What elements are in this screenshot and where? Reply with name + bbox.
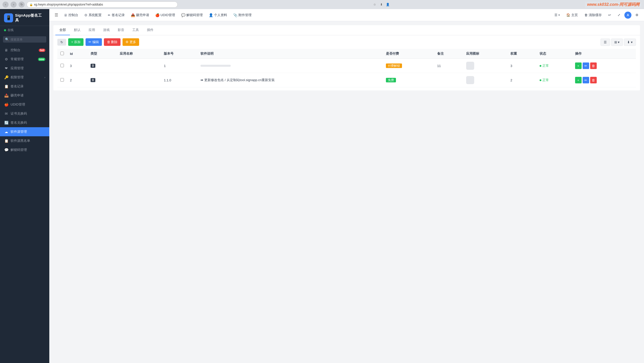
tab-movie[interactable]: 影音 [114,25,128,35]
topbar-dashboard[interactable]: 🖥 控制台 [61,11,81,19]
topbar-shell[interactable]: 📥 砸壳申请 [128,11,152,19]
row-delete-button[interactable]: 🗑 [590,62,597,69]
topbar-profile-icon: 👤 [209,13,213,17]
tab-app[interactable]: 应用 [85,25,99,35]
select-all-checkbox[interactable] [60,52,64,55]
topbar-sysconfig[interactable]: ⚙ 系统配置 [82,11,104,19]
row-note [434,73,463,87]
back-button[interactable]: ‹ [3,2,9,8]
topbar-unlock-icon: 💬 [181,13,185,17]
watermark: www.sk032.com-同可源码网 [585,2,641,8]
tab-tool[interactable]: 工具 [128,25,143,35]
menu-toggle-button[interactable]: ☰ [52,11,60,19]
app-icon: ❤ [4,66,9,70]
avatar[interactable]: A [624,12,631,19]
topbar-settings[interactable]: ⚙ [633,12,641,18]
topbar-shell-label: 砸壳申请 [136,13,149,17]
row-edit-button[interactable]: ✏ [583,62,589,69]
sidebar-item-unlock[interactable]: 💬 解锁码管理 [0,145,49,154]
row-icon [463,73,507,87]
row-checkbox[interactable] [60,78,64,82]
topbar-attachment[interactable]: 📎 附件管理 [231,11,254,19]
col-icon: 应用图标 [463,49,507,59]
search-input[interactable] [11,38,48,41]
sidebar-item-sign[interactable]: 📋 签名记录 [0,82,49,91]
browser-right-icons: ☆ ⬇ 👤 [372,2,390,7]
col-action: 操作 [572,49,636,59]
sidebar-item-udid[interactable]: 🍎 UDID管理 [0,100,49,109]
sidebar-item-common[interactable]: ⚙ 常规管理 new [0,55,49,64]
sidebar-item-permission[interactable]: 🔑 权限管理 › [0,73,49,82]
cert-icon: ✉ [4,112,9,116]
sidebar-logo: 📱 SignApp签名工具 [0,9,49,26]
sidebar-item-cert[interactable]: ✉ 证书兑换码 [0,109,49,118]
grid-view-button[interactable]: ⊞ ▾ [611,39,623,46]
row-icon [463,59,507,73]
row-type: 0 [88,73,117,87]
row-add-button[interactable]: + [575,77,582,83]
more-button[interactable]: ⚙ 更多 [123,38,139,46]
row-paid: 免费 [383,73,434,87]
topbar-clear-cache[interactable]: 🗑 清除缓存 [582,12,604,19]
search-icon: 🔍 [5,38,9,41]
row-edit-button[interactable]: ✏ [583,77,589,83]
menu-more-icon: ☰ [554,13,557,17]
sidebar-search[interactable]: 🔍 [3,36,46,43]
refresh-button[interactable]: ↻ [57,39,66,46]
row-delete-button[interactable]: 🗑 [590,77,597,83]
topbar-unlock[interactable]: 💬 解锁码管理 [179,11,205,19]
topbar-udid[interactable]: 🍎 UDID管理 [153,11,178,19]
address-bar[interactable]: 🔒 xg.hwym.shop/yxymknet.php/appstore?ref… [27,2,178,8]
sidebar-status: 在线 [0,26,49,34]
star-icon[interactable]: ☆ [372,2,377,7]
topbar-signrecord[interactable]: ✒ 签名记录 [105,11,127,19]
list-view-button[interactable]: ☰ [600,39,610,46]
row-desc: ➡ 更新修改包名 / 从定制站tool.signapp.cn重新安装 [197,73,383,87]
sidebar-item-software[interactable]: ☁ 软件源管理 [0,127,49,136]
unlock-icon: 💬 [4,148,9,152]
sidebar-item-shell[interactable]: 📥 砸壳申请 [0,91,49,100]
sidebar-item-sign-code[interactable]: 🔄 签名兑换码 [0,118,49,127]
row-add-button[interactable]: + [575,62,582,69]
sidebar-item-label: 应用管理 [11,66,24,71]
reload-button[interactable]: ↻ [19,2,25,8]
sidebar-item-blacklist[interactable]: 📋 软件源黑名单 [0,136,49,145]
row-note: 11 [434,59,463,73]
logo-icon: 📱 [4,13,13,22]
topbar-dashboard-icon: 🖥 [64,13,67,17]
sidebar-item-dashboard[interactable]: 🖥 控制台 hot [0,46,49,55]
forward-button[interactable]: › [11,2,17,8]
topbar-menu-more[interactable]: ☰ ▾ [552,12,562,18]
col-weight: 权重 [507,49,537,59]
topbar-sysconfig-label: 系统配置 [89,13,102,17]
topbar-refresh[interactable]: ↩ [606,12,614,18]
profile-icon[interactable]: 👤 [385,2,390,7]
tab-all[interactable]: 全部 [55,25,70,35]
topbar-home[interactable]: 🏠 主页 [564,12,580,19]
shell-icon: 📥 [4,93,9,97]
row-checkbox[interactable] [60,64,64,67]
tab-plugin[interactable]: 插件 [143,25,157,35]
topbar-home-label: 主页 [571,13,578,17]
tab-default[interactable]: 默认 [70,25,85,35]
download-icon[interactable]: ⬇ [379,2,384,7]
clear-cache-icon: 🗑 [584,13,588,17]
row-type: 0 [88,59,117,73]
topbar-shell-icon: 📥 [131,13,135,17]
row-appname [117,73,161,87]
sidebar-item-label: 软件源管理 [11,129,27,134]
topbar-fullscreen[interactable]: ⤢ [615,12,623,18]
export-button[interactable]: ⬇ ▾ [624,39,636,46]
sidebar-item-label: 签名记录 [11,84,24,89]
col-appname: 应用名称 [117,49,161,59]
topbar-right: ☰ ▾ 🏠 主页 🗑 清除缓存 ↩ ⤢ A [552,12,641,19]
delete-button[interactable]: 🗑 删除 [104,38,121,46]
topbar-profile[interactable]: 👤 个人资料 [206,11,230,19]
add-button[interactable]: + 添加 [68,38,84,46]
row-weight: 2 [507,73,537,87]
topbar-attachment-label: 附件管理 [238,13,252,17]
tab-game[interactable]: 游戏 [99,25,114,35]
edit-button[interactable]: ✏ 编辑 [86,38,102,46]
row-desc [197,59,383,73]
sidebar-item-app[interactable]: ❤ 应用管理 [0,64,49,73]
